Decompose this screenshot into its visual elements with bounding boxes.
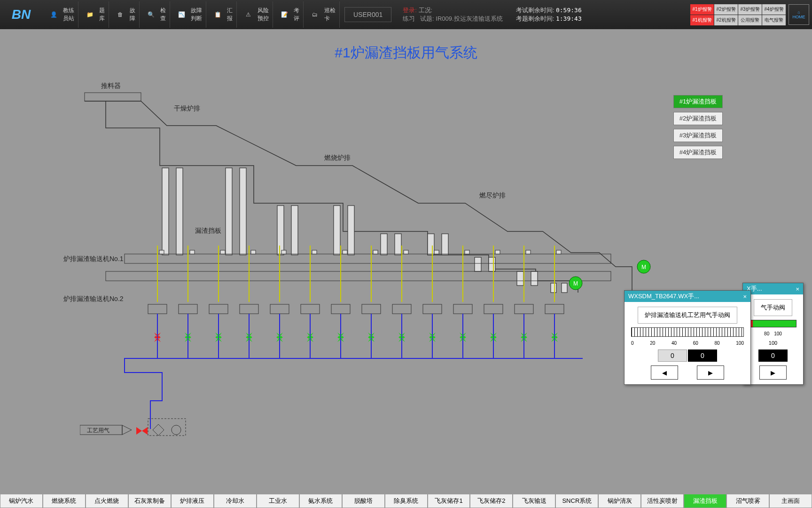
popup-scale: 020406080100 [631, 341, 744, 346]
alarm-cell[interactable]: #1机报警 [690, 15, 714, 25]
svg-rect-42 [240, 304, 258, 314]
nav-item[interactable]: 飞灰储存2 [470, 494, 513, 508]
svg-rect-37 [209, 304, 228, 314]
nav-item[interactable]: 脱酸塔 [342, 494, 385, 508]
svg-rect-47 [270, 304, 289, 314]
nav-item[interactable]: 工业水 [257, 494, 299, 508]
close-icon[interactable]: × [743, 293, 747, 300]
svg-rect-86 [526, 250, 531, 254]
alarm-grid: #1炉报警#2炉报警#3炉报警#4炉报警#1机报警#2机报警公用报警电气报警 [690, 4, 786, 25]
svg-rect-66 [404, 250, 408, 254]
svg-rect-8 [348, 206, 354, 255]
tool-inspect[interactable]: 🔍检查 [140, 1, 170, 28]
svg-rect-56 [343, 250, 347, 254]
decrease-button[interactable]: ◀ [651, 365, 678, 380]
popup-titlebar[interactable]: WXSDM_TB2647.WX手... × [625, 291, 750, 302]
popup-desc: 炉排漏渣输送机工艺用气手动阀 [638, 307, 737, 324]
popup2-ruler[interactable] [750, 320, 796, 327]
label-conveyor1: 炉排漏渣输送机No.1 [63, 255, 124, 263]
nav-item[interactable]: 燃烧系统 [43, 494, 86, 508]
svg-rect-10 [395, 234, 401, 255]
svg-rect-72 [423, 304, 442, 314]
svg-rect-46 [281, 250, 286, 254]
arrow-left-icon: ◀ [662, 369, 667, 376]
tool-fault-judge[interactable]: 📉故障判断 [170, 1, 206, 28]
svg-rect-5 [277, 206, 284, 255]
label-dry-grate: 干燥炉排 [174, 104, 200, 113]
schematic-svg: M M [80, 86, 705, 443]
user-display: USER001 [344, 7, 391, 22]
tool-question-bank[interactable]: 📁题库 [78, 1, 109, 28]
svg-rect-16 [531, 271, 538, 286]
svg-rect-14 [489, 257, 495, 271]
svg-rect-18 [562, 283, 567, 293]
nav-item[interactable]: 炉排液压 [171, 494, 214, 508]
warning-icon: ⚠ [241, 9, 256, 20]
svg-rect-12 [442, 234, 448, 255]
nav-item[interactable]: 除臭系统 [385, 494, 428, 508]
timer-block: 考试剩余时间: 0:59:36 考题剩余时间: 1:39:43 [509, 6, 588, 23]
label-process-air: 工艺用气 [87, 427, 109, 435]
schematic-diagram: M M 推料器 干燥炉排 燃烧炉排 燃尽炉排 漏渣挡板 炉排漏渣输送机No.1 … [80, 86, 705, 443]
alarm-cell[interactable]: 公用报警 [738, 15, 762, 25]
svg-rect-52 [301, 304, 320, 314]
increase-button[interactable]: ▶ [697, 365, 724, 380]
svg-rect-4 [240, 168, 246, 255]
alarm-cell[interactable]: #1炉报警 [690, 4, 714, 15]
svg-rect-41 [251, 250, 256, 254]
svg-rect-32 [179, 304, 197, 314]
svg-rect-82 [484, 304, 503, 314]
nav-item[interactable]: 冷却水 [214, 494, 257, 508]
bottom-nav: 锅炉汽水燃烧系统点火燃烧石灰浆制备炉排液压冷却水工业水氨水系统脱酸塔除臭系统飞灰… [0, 494, 812, 508]
svg-rect-57 [331, 304, 350, 314]
popup2-titlebar[interactable]: X手...× [743, 283, 803, 294]
nav-item[interactable]: 活性炭喷射 [641, 494, 684, 508]
home-button[interactable]: ⌂ HOME [789, 4, 809, 25]
tool-risk[interactable]: ⚠风险预控 [237, 1, 273, 28]
nav-item[interactable]: SNCR系统 [555, 494, 598, 508]
label-burn-grate: 燃烧炉排 [324, 154, 351, 162]
svg-rect-3 [226, 168, 232, 255]
svg-marker-97 [136, 427, 142, 435]
tool-coach-station[interactable]: 👤教练员站 [42, 1, 78, 28]
logo: BN [0, 3, 42, 26]
popup-setpoint[interactable]: 0 [658, 349, 687, 362]
alarm-cell[interactable]: #2炉报警 [714, 4, 738, 15]
nav-item[interactable]: 飞灰储存1 [428, 494, 470, 508]
svg-marker-96 [122, 425, 132, 435]
label-conveyor2: 炉排漏渣输送机No.2 [63, 295, 124, 303]
alarm-cell[interactable]: #3炉报警 [738, 4, 762, 15]
nav-item[interactable]: 锅炉汽水 [0, 494, 43, 508]
nav-item[interactable]: 点火燃烧 [86, 494, 128, 508]
tool-fault[interactable]: 🗑故障 [109, 1, 140, 28]
nav-item[interactable]: 飞灰输送 [513, 494, 555, 508]
svg-rect-19 [125, 254, 611, 263]
nav-item[interactable]: 沼气喷雾 [726, 494, 769, 508]
nav-item[interactable]: 锅炉清灰 [598, 494, 641, 508]
svg-marker-98 [142, 427, 148, 435]
close-icon[interactable]: × [796, 286, 799, 293]
nav-item[interactable]: 漏渣挡板 [684, 494, 726, 508]
tool-exam[interactable]: 📝考评 [273, 1, 304, 28]
svg-rect-76 [465, 250, 469, 254]
popup-ruler[interactable] [631, 327, 744, 337]
svg-rect-1 [162, 168, 169, 255]
alarm-cell[interactable]: 电气报警 [762, 15, 786, 25]
svg-rect-17 [551, 283, 556, 293]
nav-item[interactable]: 氨水系统 [299, 494, 342, 508]
popup2-arrow-right[interactable]: ▶ [759, 365, 787, 380]
svg-rect-6 [291, 206, 298, 255]
home-icon: ⌂ [797, 10, 800, 15]
nav-item[interactable]: 石灰浆制备 [128, 494, 171, 508]
svg-text:M: M [573, 280, 578, 287]
person-icon: 👤 [46, 9, 61, 20]
alarm-cell[interactable]: #4炉报警 [762, 4, 786, 15]
nav-item[interactable]: 主画面 [769, 494, 812, 508]
alarm-cell[interactable]: #2机报警 [714, 15, 738, 25]
tool-report[interactable]: 📋汇报 [206, 1, 237, 28]
popup2-desc: 气手动阀 [754, 299, 792, 316]
popup2-value: 0 [758, 349, 788, 362]
popup-title: WXSDM_TB2647.WX手... [628, 292, 699, 301]
svg-rect-27 [148, 304, 167, 314]
tool-patrol-card[interactable]: 🗂巡检卡 [304, 1, 340, 28]
